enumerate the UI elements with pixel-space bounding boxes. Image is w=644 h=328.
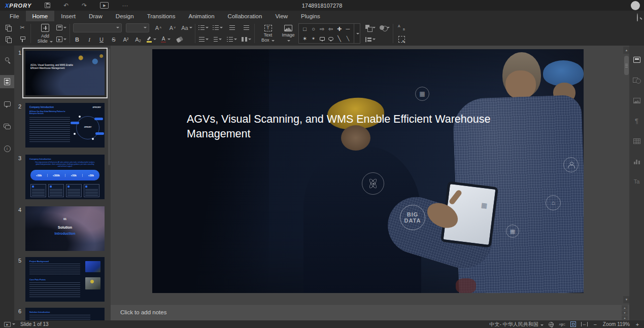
shape-plus[interactable]: ✚ bbox=[337, 26, 342, 32]
paste-button[interactable] bbox=[3, 23, 13, 32]
font-family-select[interactable] bbox=[73, 23, 122, 32]
text-panel-button[interactable]: Ta bbox=[631, 176, 642, 187]
add-slide-button[interactable]: AddSlide bbox=[34, 22, 56, 45]
menu-item-animation[interactable]: Animation bbox=[182, 11, 221, 21]
thumbnail-slide-6[interactable]: Solution Introduction bbox=[25, 308, 105, 320]
menu-item-draw[interactable]: Draw bbox=[82, 11, 109, 21]
avatar[interactable] bbox=[631, 1, 640, 10]
text-align-button[interactable] bbox=[198, 35, 209, 44]
image-button[interactable]: Image bbox=[278, 22, 298, 45]
select-button[interactable] bbox=[396, 35, 406, 44]
previous-slide-button[interactable]: ▲ bbox=[622, 315, 628, 320]
find-button[interactable] bbox=[0, 53, 14, 66]
decrease-indent-button[interactable] bbox=[227, 23, 237, 32]
shape-star[interactable]: ✶ bbox=[302, 36, 307, 42]
cut-button[interactable]: ✂ bbox=[17, 23, 27, 32]
object-align-button[interactable] bbox=[365, 35, 376, 44]
numbering-button[interactable] bbox=[213, 23, 223, 32]
merge-shapes-button[interactable] bbox=[380, 23, 390, 32]
decrease-font-button[interactable]: A˅ bbox=[167, 23, 178, 32]
increase-font-button[interactable]: A˄ bbox=[153, 23, 163, 32]
shape-line-horizontal[interactable]: ─ bbox=[346, 26, 350, 32]
arrange-button[interactable] bbox=[365, 23, 376, 32]
more-commands-button[interactable]: ··· bbox=[122, 3, 128, 9]
fit-slide-button[interactable] bbox=[570, 321, 576, 327]
notes-area[interactable]: Click to add notes ▲ ▼ ▲ ▼ bbox=[111, 304, 629, 320]
shape-line[interactable]: ╲ bbox=[337, 36, 341, 42]
font-color-button[interactable]: A bbox=[160, 35, 171, 44]
shapes-more-button[interactable] bbox=[354, 24, 360, 43]
menu-item-view[interactable]: View bbox=[268, 11, 294, 21]
shape-speech-bubble[interactable] bbox=[320, 37, 325, 41]
menu-item-transitions[interactable]: Transitions bbox=[141, 11, 182, 21]
menu-item-design[interactable]: Design bbox=[109, 11, 141, 21]
highlight-color-button[interactable] bbox=[146, 35, 156, 44]
format-painter-button[interactable] bbox=[17, 35, 27, 44]
fit-width-button[interactable]: ↔ bbox=[581, 322, 588, 326]
slideshow-button[interactable]: ▶ bbox=[100, 2, 109, 9]
underline-button[interactable]: U bbox=[97, 37, 106, 43]
notes-placeholder[interactable]: Click to add notes bbox=[120, 309, 166, 315]
shape-arrow-right[interactable]: ⇨ bbox=[320, 26, 324, 32]
menu-item-insert[interactable]: Insert bbox=[54, 11, 82, 21]
slideshow-button[interactable]: ▶ bbox=[4, 322, 11, 327]
shape-arrow-line[interactable]: ╲ bbox=[347, 37, 349, 41]
increase-indent-button[interactable] bbox=[241, 23, 251, 32]
globe-icon[interactable] bbox=[549, 322, 554, 327]
menu-item-file[interactable]: File bbox=[3, 11, 26, 21]
menu-item-collaboration[interactable]: Collaboration bbox=[221, 11, 269, 21]
thumbnail-slide-4[interactable]: 01 Solution Introduction bbox=[25, 206, 105, 251]
slide-title[interactable]: AGVs, Visual Scanning, and WMS Enable Ef… bbox=[187, 112, 507, 141]
language-selector[interactable]: 中文- 中华人民共和国 bbox=[490, 321, 544, 328]
play-from-slide-button[interactable]: ▶ bbox=[56, 35, 66, 44]
shape-ellipse[interactable]: ○ bbox=[312, 26, 315, 32]
shape-round-bubble[interactable] bbox=[328, 37, 333, 41]
bullets-button[interactable] bbox=[198, 23, 209, 32]
thumbnail-slide-5[interactable]: Project Background Core Pain Points bbox=[25, 257, 105, 302]
comment-list-button[interactable] bbox=[0, 120, 14, 133]
undo-button[interactable]: ↶ bbox=[63, 3, 69, 9]
zoom-in-button[interactable]: + bbox=[635, 321, 640, 327]
shape-arrow-left[interactable]: ⇦ bbox=[328, 26, 333, 32]
info-button[interactable]: i bbox=[0, 142, 14, 155]
image-panel-button[interactable] bbox=[631, 95, 642, 105]
redo-button[interactable]: ↷ bbox=[82, 3, 87, 9]
line-spacing-button[interactable] bbox=[227, 35, 237, 44]
strikethrough-button[interactable]: S bbox=[110, 37, 118, 43]
scrollbar-thumb[interactable] bbox=[624, 56, 629, 75]
notes-scroll-down-button[interactable]: ▼ bbox=[622, 310, 628, 315]
paragraph-panel-button[interactable]: ¶ bbox=[631, 116, 642, 126]
thumbnail-slide-1[interactable]: AGVs, Visual Scanning, and WMS Enable Ef… bbox=[22, 48, 108, 98]
text-box-button[interactable]: T TextBox bbox=[258, 22, 278, 45]
bold-button[interactable]: B bbox=[73, 37, 81, 43]
spellcheck-button[interactable]: ABC bbox=[559, 323, 565, 326]
thumbnail-panel-scrollbar[interactable] bbox=[108, 49, 110, 165]
thumbnail-slide-2[interactable]: Company Introduction XPRORY AI-Driven On… bbox=[25, 103, 105, 148]
shape-rectangle[interactable]: □ bbox=[303, 26, 307, 32]
zoom-level[interactable]: Zoom 119% bbox=[603, 321, 630, 327]
change-case-button[interactable]: Aa bbox=[182, 23, 192, 32]
subscript-button[interactable]: A₂ bbox=[134, 37, 142, 43]
copy-button[interactable] bbox=[3, 35, 13, 44]
shapes-panel-button[interactable] bbox=[631, 75, 642, 85]
chart-panel-button[interactable] bbox=[631, 156, 642, 166]
slides-panel-button[interactable] bbox=[0, 75, 14, 88]
slide-layout-button[interactable] bbox=[56, 23, 66, 32]
translate-button[interactable] bbox=[396, 23, 406, 32]
table-panel-button[interactable] bbox=[631, 136, 642, 146]
notes-scroll-up-button[interactable]: ▲ bbox=[622, 305, 628, 310]
thumbnail-slide-3[interactable]: Company Introduction One-stop provision … bbox=[25, 155, 105, 199]
columns-button[interactable] bbox=[241, 35, 251, 44]
italic-button[interactable]: I bbox=[85, 37, 93, 43]
comment-button[interactable] bbox=[0, 97, 14, 111]
design-panel-button[interactable] bbox=[631, 55, 642, 65]
shape-burst[interactable]: ✶ bbox=[312, 37, 316, 41]
vertical-align-button[interactable] bbox=[213, 35, 223, 44]
clear-format-button[interactable] bbox=[175, 35, 185, 44]
menu-item-home[interactable]: Home bbox=[26, 11, 55, 21]
superscript-button[interactable]: A² bbox=[122, 37, 130, 43]
save-button[interactable] bbox=[45, 3, 50, 8]
slide-canvas[interactable]: ▦ BIGDATA ▦ ⌂ ▦ AGVs, Visual Scanning, a… bbox=[152, 49, 584, 293]
font-size-select[interactable] bbox=[126, 23, 149, 32]
menu-item-plugins[interactable]: Plugins bbox=[294, 11, 327, 21]
